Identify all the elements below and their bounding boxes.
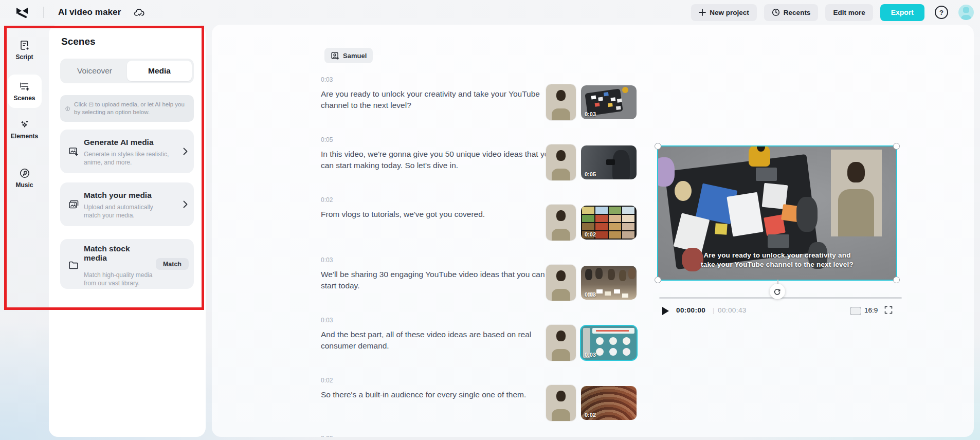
speaker-chip[interactable]: Samuel: [324, 48, 373, 63]
resize-handle[interactable]: [893, 143, 900, 150]
preview-video-frame: Are you ready to unlock your creativity …: [658, 146, 896, 280]
aspect-ratio-label: 16:9: [864, 306, 878, 314]
edit-more-button[interactable]: Edit more: [825, 4, 873, 21]
duration-badge: 0:03: [585, 352, 596, 358]
speaker-chip-label: Samuel: [343, 52, 367, 60]
preview-selection[interactable]: Are you ready to unlock your creativity …: [657, 145, 897, 281]
resize-handle[interactable]: [893, 277, 900, 283]
thumbnail-art: [582, 207, 594, 214]
page-title: AI video maker: [58, 7, 121, 17]
scenes-panel: Scenes Voiceover Media Click ⊡ to upload…: [49, 25, 206, 437]
resize-handle[interactable]: [655, 143, 661, 150]
resize-handle[interactable]: [655, 277, 661, 283]
duration-badge: 0:05: [585, 171, 596, 177]
media-image-icon: [68, 199, 79, 210]
scene-video-thumbnail[interactable]: 0:05: [581, 145, 637, 179]
elements-icon: [19, 119, 30, 130]
sidebar-item-label: Music: [15, 181, 33, 189]
capcut-logo-icon[interactable]: [15, 6, 29, 19]
scene-avatar-thumbnail[interactable]: [546, 265, 576, 301]
scene-timestamp-partial: 0:03: [321, 435, 333, 437]
scene-video-thumbnail[interactable]: 0:03: [581, 326, 637, 360]
scene-text[interactable]: So there's a built-in audience for every…: [321, 389, 553, 400]
sidebar-item-elements[interactable]: Elements: [8, 114, 42, 144]
duration-badge: 0:03: [585, 111, 596, 117]
music-icon: [19, 168, 30, 179]
scene-text[interactable]: And the best part, all of these video id…: [321, 329, 553, 352]
chair-art: [796, 197, 818, 231]
rotate-icon: [773, 288, 781, 296]
export-button[interactable]: Export: [880, 4, 924, 21]
scene-timestamp: 0:03: [321, 317, 333, 324]
tab-voiceover[interactable]: Voiceover: [62, 61, 127, 81]
media-voiceover-tabs: Voiceover Media: [60, 59, 194, 83]
presenter-pip: [831, 150, 882, 236]
scene-video-thumbnail[interactable]: 0:03: [581, 266, 637, 300]
chevron-right-icon: [183, 200, 188, 208]
fullscreen-icon[interactable]: [884, 306, 893, 314]
sidebar-item-music[interactable]: Music: [8, 163, 42, 193]
card-title: Match your media: [84, 191, 152, 200]
info-text: Click ⊡ to upload media, or let AI help …: [74, 101, 188, 116]
laptop-art: [756, 168, 777, 181]
scene-avatar-thumbnail[interactable]: [546, 144, 576, 180]
generate-ai-media-card[interactable]: Generate AI media Generate in styles lik…: [60, 130, 194, 173]
duration-badge: 0:03: [585, 291, 596, 298]
person-art: [675, 181, 691, 201]
sidebar-item-script[interactable]: Script: [8, 35, 42, 65]
scene-timestamp: 0:05: [321, 136, 333, 143]
match-your-media-card[interactable]: Match your media Upload and automaticall…: [60, 182, 194, 226]
cloud-sync-icon[interactable]: [134, 8, 146, 17]
match-button[interactable]: Match: [156, 258, 189, 270]
play-button[interactable]: [662, 307, 669, 315]
person-art: [658, 157, 675, 187]
left-rail: Script Scenes Elements Music: [0, 25, 49, 193]
new-project-button[interactable]: New project: [691, 4, 757, 21]
scene-row[interactable]: 0:02 So there's a built-in audience for …: [212, 377, 974, 437]
duration-badge: 0:02: [585, 412, 596, 418]
clock-icon: [772, 8, 780, 16]
thumbnail-art: [596, 289, 603, 294]
thumbnail-art: [596, 330, 629, 332]
sidebar-item-scenes[interactable]: Scenes: [8, 75, 42, 108]
thumbnail-art: [596, 337, 604, 345]
sidebar-item-label: Scenes: [13, 95, 35, 102]
scenes-icon: [19, 81, 30, 92]
help-icon[interactable]: ?: [935, 6, 948, 19]
recents-button[interactable]: Recents: [764, 4, 819, 21]
paper-art: [727, 192, 764, 236]
sidebar-item-label: Elements: [11, 133, 38, 140]
playback-controls: 00:00:00 | 00:00:43 16:9: [659, 304, 902, 318]
top-bar-left: AI video maker: [15, 6, 146, 19]
scene-text[interactable]: Are you ready to unlock your creativity …: [321, 88, 553, 111]
caption-line: Are you ready to unlock your creativity …: [658, 251, 896, 260]
caption-line: take your YouTube channel to the next le…: [658, 260, 896, 269]
tab-media[interactable]: Media: [127, 61, 192, 81]
scene-timestamp: 0:02: [321, 196, 333, 204]
scene-video-thumbnail[interactable]: 0:02: [581, 386, 637, 420]
new-project-label: New project: [710, 9, 749, 16]
aspect-ratio-icon[interactable]: [850, 307, 861, 315]
scene-timestamp: 0:02: [321, 377, 333, 384]
divider: [43, 7, 44, 18]
edit-more-label: Edit more: [833, 9, 865, 16]
scene-avatar-thumbnail[interactable]: [546, 205, 576, 241]
card-description: Generate in styles like realistic, anime…: [84, 150, 170, 167]
sticky-note-art: [715, 223, 728, 234]
rotate-handle[interactable]: [770, 284, 785, 299]
scene-text[interactable]: In this video, we're gonna give you 50 u…: [321, 149, 553, 171]
scene-avatar-thumbnail[interactable]: [546, 325, 576, 361]
caption-overlay[interactable]: Are you ready to unlock your creativity …: [658, 251, 896, 269]
scene-row[interactable]: 0:03 And the best part, all of these vid…: [212, 317, 974, 377]
sidebar-item-label: Script: [15, 53, 33, 61]
match-stock-media-card[interactable]: Match stock media Match high-quality med…: [60, 239, 194, 289]
scene-avatar-thumbnail[interactable]: [546, 84, 576, 120]
user-avatar[interactable]: [958, 5, 974, 20]
scene-video-thumbnail[interactable]: 0:03: [581, 85, 637, 119]
scene-text[interactable]: From vlogs to tutorials, we've got you c…: [321, 209, 553, 220]
scene-video-thumbnail[interactable]: 0:02: [581, 206, 637, 240]
current-time: 00:00:00: [676, 306, 705, 314]
scene-row[interactable]: 0:03 Are you ready to unlock your creati…: [212, 76, 974, 136]
scene-text[interactable]: We'll be sharing 30 engaging YouTube vid…: [321, 269, 553, 291]
scene-avatar-thumbnail[interactable]: [546, 385, 576, 421]
